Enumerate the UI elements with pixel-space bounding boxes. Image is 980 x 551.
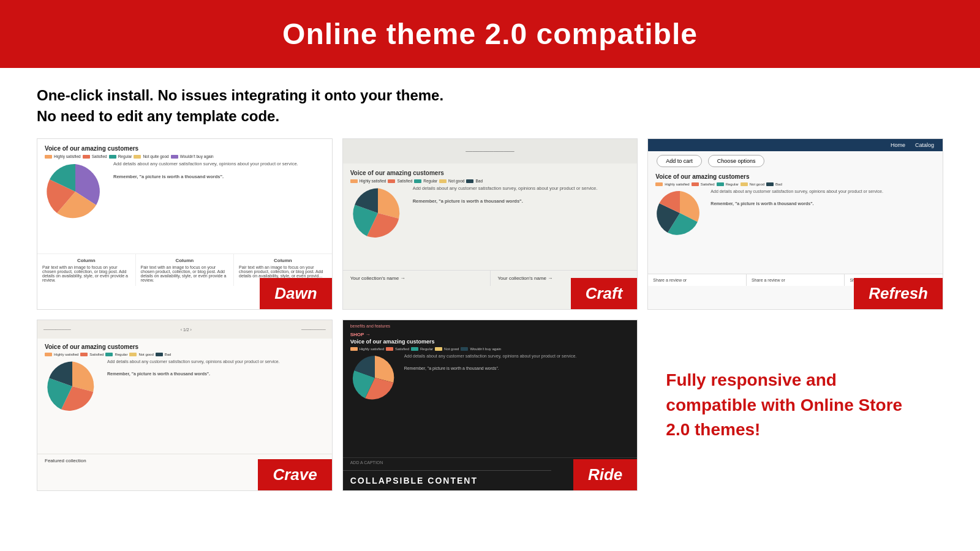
- crave-label: Crave: [258, 459, 331, 490]
- subtitle-line1: One-click install. No issues integrating…: [37, 87, 443, 103]
- refresh-legend: Highly satisfied Satisfied Regular Not g…: [655, 182, 935, 186]
- refresh-nav-catalog[interactable]: Catalog: [915, 142, 934, 148]
- craft-legend: Highly satisfied Satisfied Regular Not g…: [350, 179, 630, 183]
- craft-top-bar: ──────────────: [343, 139, 638, 163]
- refresh-legend-5: Bad: [766, 182, 782, 186]
- refresh-content: Voice of our amazing customers Highly sa…: [648, 171, 943, 238]
- ride-title: Voice of our amazing customers: [350, 339, 630, 345]
- craft-description: Add details about any customer satisfact…: [413, 186, 598, 243]
- dawn-card-inner: Voice of our amazing customers Highly sa…: [37, 139, 332, 225]
- craft-label: Craft: [571, 278, 638, 309]
- ride-card: benefits and features SHOP → Voice of ou…: [342, 320, 638, 491]
- top-theme-row: Voice of our amazing customers Highly sa…: [0, 138, 980, 320]
- refresh-legend-2: Satisfied: [692, 182, 715, 186]
- legend-item-5: Wouldn't buy again: [171, 154, 214, 159]
- craft-legend-3: Regular: [414, 179, 437, 183]
- dawn-label: Dawn: [260, 278, 331, 309]
- refresh-card: Home Catalog Add to cart Choose options …: [647, 138, 943, 310]
- subtitle-section: One-click install. No issues integrating…: [0, 68, 980, 138]
- refresh-legend-4: Not good: [741, 182, 764, 186]
- refresh-legend-3: Regular: [717, 182, 739, 186]
- ride-collapsible-content: COLLAPSIBLE CONTENT: [343, 470, 552, 490]
- crave-top-bar: ───────── ‹ 1/2 › ────────: [37, 320, 332, 339]
- legend-item-2: Satisfied: [83, 154, 107, 159]
- ride-left: Voice of our amazing customers Highly sa…: [350, 339, 630, 402]
- dawn-col-2: Column Pair text with an image to focus …: [136, 254, 235, 286]
- subtitle-line2: No need to edit any template code.: [37, 108, 279, 124]
- bottom-theme-row: ───────── ‹ 1/2 › ──────── Voice of our …: [0, 320, 980, 503]
- craft-title: Voice of our amazing customers: [350, 170, 630, 176]
- dawn-title: Voice of our amazing customers: [45, 145, 325, 152]
- ride-desc: Add details about any customer satisfact…: [404, 353, 577, 402]
- crave-desc: Add details about any customer satisfact…: [107, 359, 280, 414]
- craft-legend-2: Satisfied: [388, 179, 412, 183]
- add-to-cart-button[interactable]: Add to cart: [657, 155, 702, 167]
- legend-item-4: Not quite good: [134, 154, 168, 159]
- crave-legend: Highly satisfied Satisfied Regular Not g…: [45, 353, 325, 356]
- legend-item-1: Highly satisfied: [45, 154, 81, 159]
- dawn-legend: Highly satisfied Satisfied Regular Not q…: [45, 154, 325, 159]
- refresh-buttons: Add to cart Choose options: [648, 151, 943, 171]
- subtitle-text: One-click install. No issues integrating…: [37, 85, 943, 126]
- refresh-legend-1: Highly satisfied: [655, 182, 689, 186]
- crave-inner: Voice of our amazing customers Highly sa…: [37, 339, 332, 414]
- refresh-label: Refresh: [854, 278, 943, 309]
- craft-inner: Voice of our amazing customers Highly sa…: [343, 163, 638, 243]
- craft-legend-1: Highly satisfied: [350, 179, 386, 183]
- ride-shop: SHOP →: [343, 332, 638, 339]
- crave-card: ───────── ‹ 1/2 › ──────── Voice of our …: [37, 320, 333, 491]
- dawn-card: Voice of our amazing customers Highly sa…: [37, 138, 333, 310]
- craft-legend-5: Bad: [466, 179, 483, 183]
- responsive-text-cell: Fully responsive and compatible with Onl…: [647, 320, 943, 491]
- dawn-chart: [45, 161, 106, 225]
- craft-card: ────────────── Voice of our amazing cust…: [342, 138, 638, 310]
- refresh-nav-home[interactable]: Home: [891, 142, 905, 148]
- refresh-main: Add details about any customer satisfact…: [655, 189, 935, 238]
- craft-content: Add details about any customer satisfact…: [350, 186, 630, 243]
- ride-legend: Highly satisfied Satisfied Regular Not g…: [350, 347, 630, 351]
- crave-content: Add details about any customer satisfact…: [45, 359, 325, 414]
- ride-content: Voice of our amazing customers Highly sa…: [343, 339, 638, 402]
- crave-title: Voice of our amazing customers: [45, 343, 325, 350]
- dawn-content: Add details about any customer satisfact…: [45, 161, 325, 225]
- dawn-description: Add details about any customer satisfact…: [113, 161, 298, 225]
- legend-item-3: Regular: [109, 154, 132, 159]
- refresh-desc: Add details about any customer satisfact…: [710, 189, 883, 238]
- refresh-nav: Home Catalog: [648, 139, 943, 151]
- refresh-title: Voice of our amazing customers: [655, 173, 935, 180]
- header-banner: Online theme 2.0 compatible: [0, 0, 980, 68]
- dawn-col-1: Column Pair text with an image to focus …: [37, 254, 136, 286]
- craft-chart: [350, 186, 405, 243]
- ride-label: Ride: [573, 459, 637, 490]
- responsive-text: Fully responsive and compatible with Onl…: [666, 368, 902, 443]
- header-title: Online theme 2.0 compatible: [24, 17, 956, 51]
- ride-chart-desc: Add details about any customer satisfact…: [350, 353, 630, 402]
- ride-benefits: benefits and features: [343, 320, 638, 332]
- craft-legend-4: Not good: [439, 179, 464, 183]
- choose-options-button[interactable]: Choose options: [708, 155, 765, 167]
